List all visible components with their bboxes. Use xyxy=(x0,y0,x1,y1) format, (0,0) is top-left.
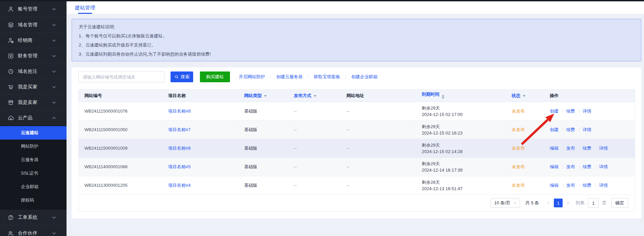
clock-icon xyxy=(7,68,14,75)
sidebar-item[interactable]: 云产品 xyxy=(0,110,67,125)
tab-site-management[interactable]: 建站管理 xyxy=(75,1,95,14)
action-link[interactable]: 详情 xyxy=(593,146,608,151)
table-row: WB241115000001076 项目名称#8 基础版 -- -- 剩余29天… xyxy=(79,102,635,120)
site-type: 基础版 xyxy=(238,139,288,157)
notice-line: 2、云速建站购买或升级后不支持退订。 xyxy=(79,40,634,50)
current-page-button[interactable]: 1 xyxy=(554,199,563,207)
tab-bar: 建站管理 xyxy=(67,1,644,14)
sidebar-item[interactable]: 经销商 xyxy=(0,32,67,48)
toolbar-link[interactable]: 创建企业邮箱 xyxy=(340,74,378,80)
toolbar-links: 开启网站防护 创建云服务器 获取宝塔面板 创建企业邮箱 xyxy=(239,74,378,80)
project-name-link[interactable]: 项目名称#8 xyxy=(168,109,190,114)
action-link[interactable]: 详情 xyxy=(576,109,591,114)
publish-method: -- xyxy=(288,120,341,139)
sidebar-item[interactable]: 财务管理 xyxy=(0,48,67,63)
site-address: -- xyxy=(341,176,416,195)
column-header-label: 网站编号 xyxy=(84,93,102,98)
chevron-right-icon[interactable] xyxy=(566,201,570,205)
sidebar-item-label: 财务管理 xyxy=(18,53,37,59)
table-row: WB241114000001068 项目名称#5 基础版 -- -- 剩余29天… xyxy=(79,157,635,176)
sidebar-subitem[interactable]: 网站防护 xyxy=(0,140,67,153)
remaining-days: 剩余29天 xyxy=(422,105,506,111)
sidebar-item-label: 工单系统 xyxy=(18,214,37,220)
site-id: WB241113000001205 xyxy=(79,176,162,195)
action-link[interactable]: 编辑 xyxy=(550,164,559,169)
sidebar-item[interactable]: 我是买家 xyxy=(0,79,67,94)
action-link[interactable]: 创建 xyxy=(550,127,559,132)
column-header[interactable]: 到期时间 xyxy=(416,90,506,102)
buy-site-button[interactable]: 购买建站 xyxy=(200,71,230,82)
total-count: 共 5 条 xyxy=(525,200,539,206)
content-panel: 搜索 购买建站 开启网站防护 创建云服务器 获取宝塔面板 创建企业邮箱 xyxy=(72,67,641,218)
sidebar-item-label: 我是买家 xyxy=(18,84,37,90)
sidebar-subitem[interactable]: 云服务器 xyxy=(0,153,67,167)
notice-lines: 1、每个账号仅可以购买1次体验版云速建站。 2、云速建站购买或升级后不支持退订。… xyxy=(79,31,634,59)
action-link[interactable]: 发布 xyxy=(560,183,575,188)
search-icon xyxy=(174,75,179,79)
remaining-days: 剩余29天 xyxy=(422,123,506,130)
project-name-link[interactable]: 项目名称#7 xyxy=(168,127,190,132)
sidebar-subitem[interactable]: 企业邮箱 xyxy=(0,180,67,194)
site-type: 基础版 xyxy=(238,157,288,176)
page-unit-label: 页 xyxy=(602,200,607,206)
project-name-link[interactable]: 项目名称#4 xyxy=(168,183,190,188)
column-header: 网站地址 xyxy=(341,90,416,102)
project-name-link[interactable]: 项目名称#5 xyxy=(168,164,190,169)
project-name-link[interactable]: 项目名称#6 xyxy=(168,146,190,151)
expire-time: 剩余28天 2024-12-13 16:51:47 xyxy=(416,176,506,195)
action-link[interactable]: 续费 xyxy=(576,183,591,188)
toolbar-link[interactable]: 获取宝塔面板 xyxy=(303,74,340,80)
sidebar-item[interactable]: 我是卖家 xyxy=(0,94,67,110)
sidebar-item-label: 经销商 xyxy=(18,37,33,43)
action-link[interactable]: 编辑 xyxy=(550,146,559,151)
sidebar-item[interactable]: 域名抢注 xyxy=(0,63,67,79)
finance-icon xyxy=(7,53,14,59)
page-size-select[interactable]: 10 条/页 xyxy=(491,198,520,208)
action-link[interactable]: 续费 xyxy=(560,127,575,132)
sidebar-subitem[interactable]: 云速建站 xyxy=(0,126,67,140)
toolbar-link[interactable]: 开启网站防护 xyxy=(239,74,265,80)
sidebar-item[interactable]: 工单系统 xyxy=(0,210,67,225)
sidebar-item-label: 我是卖家 xyxy=(18,99,37,106)
goto-page-input[interactable] xyxy=(588,198,599,208)
site-type: 基础版 xyxy=(238,102,288,120)
site-address: -- xyxy=(341,102,416,120)
action-link[interactable]: 续费 xyxy=(560,109,575,114)
expire-time: 剩余29天 2024-12-15 02:16:23 xyxy=(416,120,506,139)
action-link[interactable]: 续费 xyxy=(576,164,591,169)
chevron-left-icon[interactable] xyxy=(546,201,551,205)
column-header[interactable]: 发布方式 xyxy=(288,90,341,102)
action-link[interactable]: 续费 xyxy=(576,146,591,151)
column-header[interactable]: 网站类型 xyxy=(238,90,288,102)
sidebar-item-label: 云产品 xyxy=(18,115,33,121)
action-link[interactable]: 创建 xyxy=(550,109,559,114)
table-row: WB241115000001050 项目名称#7 基础版 -- -- 剩余29天… xyxy=(79,120,635,139)
confirm-page-button[interactable]: 确定 xyxy=(611,198,628,208)
main-content: 建站管理 关于云速建站说明: 1、每个账号仅可以购买1次体验版云速建站。 2、云… xyxy=(67,1,644,236)
sidebar-item[interactable]: 域名管理 xyxy=(0,17,67,32)
action-link[interactable]: 详情 xyxy=(593,183,608,188)
sidebar-item[interactable]: 账号管理 xyxy=(0,1,67,17)
sidebar-submenu: 云速建站 网站防护 云服务器 SSL证书 企业邮箱 授权码 xyxy=(0,125,67,210)
search-input[interactable] xyxy=(78,71,164,82)
toolbar-link[interactable]: 创建云服务器 xyxy=(265,74,303,80)
sidebar-item[interactable]: 合作伙伴 xyxy=(0,225,67,236)
action-link[interactable]: 详情 xyxy=(576,127,591,132)
action-link[interactable]: 编辑 xyxy=(550,183,559,188)
column-header-label: 网站地址 xyxy=(346,93,364,98)
expire-time: 剩余29天 2024-12-15 02:14:28 xyxy=(416,139,506,157)
caret-down-icon xyxy=(314,95,316,98)
column-header[interactable]: 状态 xyxy=(506,90,544,102)
sidebar-subitem[interactable]: SSL证书 xyxy=(0,167,67,180)
action-link[interactable]: 发布 xyxy=(560,164,575,169)
status-badge: 未发布 xyxy=(506,120,544,139)
publish-method: -- xyxy=(288,157,341,176)
row-actions: 编辑 发布 续费 详情 xyxy=(544,176,635,195)
action-link[interactable]: 详情 xyxy=(593,164,608,169)
table-header-row: 网站编号 项目名称 网站类型 发布方式 xyxy=(79,90,635,102)
search-button[interactable]: 搜索 xyxy=(171,71,193,82)
table-row: WB241115000001009 项目名称#6 基础版 -- -- 剩余29天… xyxy=(79,139,635,157)
sidebar-subitem[interactable]: 授权码 xyxy=(0,194,67,207)
action-link[interactable]: 发布 xyxy=(560,146,575,151)
search-button-label: 搜索 xyxy=(181,74,189,80)
